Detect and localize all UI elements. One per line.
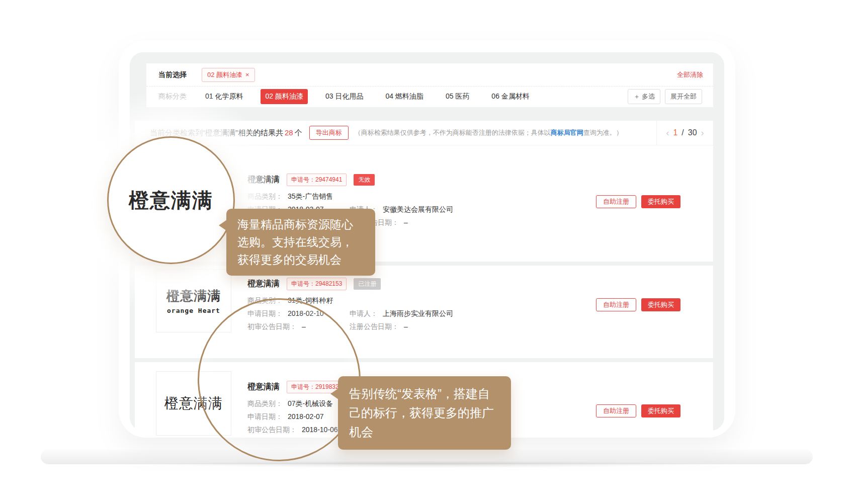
results-summary-suffix: 个: [295, 128, 302, 137]
export-trademark-button[interactable]: 导出商标: [309, 126, 349, 140]
application-number-tag: 申请号：29474941: [287, 174, 347, 186]
disclaimer-note: （商标检索结果仅供参考，不作为商标能否注册的法律依据；具体以商标局官网查询为准。…: [355, 128, 623, 137]
self-register-button[interactable]: 自助注册: [596, 195, 636, 208]
category-tab-02-active[interactable]: 02 颜料油漆: [261, 89, 307, 104]
field-label: 申请人：: [350, 307, 378, 320]
field-value: 上海雨步实业有限公司: [383, 307, 453, 320]
filter-panel: 当前选择 02 颜料油漆 × 全部清除 商标分类 01 化学原料 02 颜料油漆…: [146, 63, 713, 107]
field-label: 商品类别：: [247, 190, 283, 203]
callout-arrow-icon: [330, 388, 338, 399]
magnified-trademark-text: 橙意满满: [129, 187, 213, 214]
callout-text: 告别传统“发表格”，搭建自己的标行，获得更多的推广机会: [349, 387, 494, 439]
application-number-tag: 申请号：29482153: [287, 278, 347, 290]
pagination: ‹ 1 / 30 ›: [656, 121, 713, 145]
field-label: 注册公告日期：: [350, 320, 399, 333]
application-number-label: 申请号：: [291, 176, 315, 183]
results-count: 28: [283, 128, 295, 137]
magnifier-circle: 橙意满满: [107, 136, 235, 264]
disclaimer-suffix: 查询为准。）: [583, 129, 623, 136]
category-tab-06[interactable]: 06 金属材料: [487, 89, 534, 104]
current-selection-label: 当前选择: [158, 70, 187, 79]
status-badge: 无效: [354, 174, 375, 186]
field-value: 安徽美达会展有限公司: [383, 203, 453, 216]
self-register-button[interactable]: 自助注册: [596, 404, 636, 417]
callout-arrow-icon: [219, 220, 227, 231]
results-header: 当前分类检索到“橙意满满”相关的结果共28个 导出商标 （商标检索结果仅供参考，…: [135, 121, 713, 145]
category-tab-05[interactable]: 05 医药: [441, 89, 474, 104]
current-selection-row: 当前选择 02 颜料油漆 × 全部清除: [146, 63, 713, 87]
callout-marketplace: 海量精品商标资源随心选购。支持在线交易，获得更多的交易机会: [226, 209, 375, 276]
current-page: 1: [673, 128, 677, 137]
field-value: –: [404, 216, 408, 229]
total-pages: 30: [688, 128, 697, 137]
trademark-office-link[interactable]: 商标局官网: [551, 129, 583, 136]
callout-text: 海量精品商标资源随心选购。支持在线交易，获得更多的交易机会: [237, 218, 353, 266]
disclaimer-prefix: （商标检索结果仅供参考，不作为商标能否注册的法律依据；具体以: [355, 129, 551, 136]
category-tab-04[interactable]: 04 燃料油脂: [381, 89, 428, 104]
selected-filter-tag[interactable]: 02 颜料油漆 ×: [202, 68, 255, 82]
next-page-icon[interactable]: ›: [701, 128, 704, 137]
trademark-image-subtext: orange Heart: [167, 307, 220, 314]
application-number-value: 29474941: [315, 176, 342, 183]
trademark-title: 橙意满满: [247, 175, 280, 185]
field-value: 35类-广告销售: [288, 190, 333, 203]
application-number-value: 29482153: [315, 280, 342, 287]
field-value: –: [404, 320, 408, 333]
expand-all-button[interactable]: 展开全部: [665, 89, 702, 104]
page-separator: /: [681, 128, 684, 137]
clear-all-button[interactable]: 全部清除: [677, 70, 703, 79]
trademark-image-text: 橙意满满: [166, 287, 221, 305]
callout-promotion: 告别传统“发表格”，搭建自己的标行，获得更多的推广机会: [338, 376, 511, 450]
application-number-label: 申请号：: [291, 280, 315, 287]
prev-page-icon[interactable]: ‹: [666, 128, 669, 137]
category-row: 商标分类 01 化学原料 02 颜料油漆 03 日化用品 04 燃料油脂 05 …: [146, 87, 713, 107]
laptop-base: [41, 449, 813, 464]
magnifier-ring: [198, 298, 361, 461]
selected-filter-tag-label: 02 颜料油漆: [207, 70, 242, 79]
entrust-purchase-button[interactable]: 委托购买: [641, 298, 680, 311]
status-badge: 已注册: [354, 278, 381, 290]
category-tab-03[interactable]: 03 日化用品: [321, 89, 368, 104]
entrust-purchase-button[interactable]: 委托购买: [641, 404, 680, 417]
trademark-title: 橙意满满: [247, 279, 280, 289]
screenshot-stage: 当前选择 02 颜料油漆 × 全部清除 商标分类 01 化学原料 02 颜料油漆…: [0, 0, 853, 504]
self-register-button[interactable]: 自助注册: [596, 298, 636, 311]
entrust-purchase-button[interactable]: 委托购买: [641, 195, 680, 208]
category-row-label: 商标分类: [158, 92, 187, 101]
category-tab-01[interactable]: 01 化学原料: [201, 89, 247, 104]
remove-filter-icon[interactable]: ×: [245, 71, 249, 78]
multi-select-button[interactable]: ＋ 多选: [628, 89, 660, 104]
results-summary-prefix: 当前分类检索到“橙意满满”相关的结果共: [150, 128, 283, 137]
